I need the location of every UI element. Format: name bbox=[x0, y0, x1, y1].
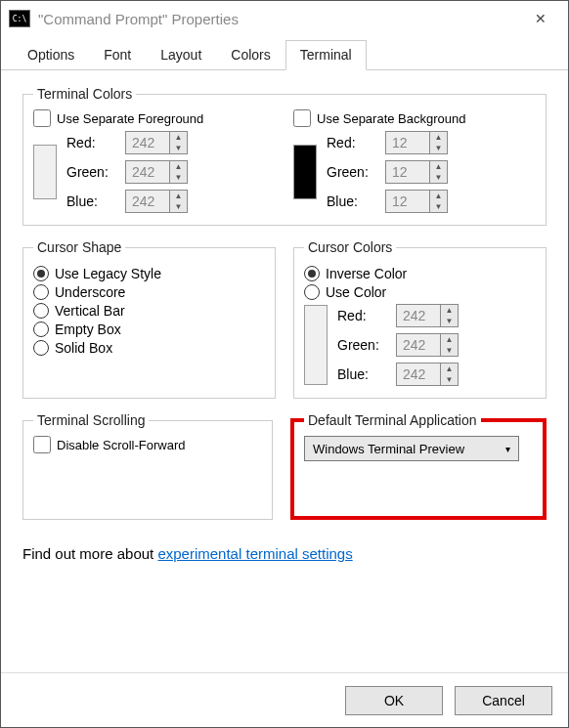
bg-red-label: Red: bbox=[327, 135, 385, 150]
experimental-settings-link[interactable]: experimental terminal settings bbox=[157, 545, 352, 562]
cursor-red-label: Red: bbox=[337, 308, 396, 323]
cursor-blue-spinner[interactable]: 242▲▼ bbox=[396, 363, 459, 386]
link-prefix: Find out more about bbox=[22, 545, 157, 562]
titlebar: C:\ "Command Prompt" Properties ✕ bbox=[1, 1, 568, 36]
cursor-green-spinner[interactable]: 242▲▼ bbox=[396, 333, 459, 357]
fg-blue-spinner[interactable]: 242▲▼ bbox=[125, 190, 188, 213]
fg-red-label: Red: bbox=[66, 135, 125, 150]
fg-green-label: Green: bbox=[66, 164, 125, 180]
use-separate-bg-checkbox[interactable] bbox=[293, 109, 311, 127]
close-button[interactable]: ✕ bbox=[521, 4, 560, 33]
bg-blue-spinner[interactable]: 12▲▼ bbox=[385, 190, 448, 213]
default-terminal-app-dropdown[interactable]: Windows Terminal Preview ▾ bbox=[304, 436, 519, 461]
use-separate-bg-label: Use Separate Background bbox=[317, 111, 465, 126]
fg-green-spinner[interactable]: 242▲▼ bbox=[125, 160, 188, 184]
terminal-scrolling-legend: Terminal Scrolling bbox=[33, 412, 149, 428]
ok-button[interactable]: OK bbox=[345, 686, 443, 715]
bg-green-label: Green: bbox=[327, 164, 385, 180]
tab-layout[interactable]: Layout bbox=[146, 40, 216, 69]
tab-options[interactable]: Options bbox=[13, 40, 89, 69]
cursor-shape-vertical[interactable]: Vertical Bar bbox=[33, 303, 265, 319]
tab-font[interactable]: Font bbox=[89, 40, 146, 69]
use-separate-fg-checkbox[interactable] bbox=[33, 109, 51, 127]
cursor-color-usecolor[interactable]: Use Color bbox=[304, 284, 536, 300]
cursor-shape-solid[interactable]: Solid Box bbox=[33, 340, 265, 356]
cursor-shape-legacy[interactable]: Use Legacy Style bbox=[33, 266, 265, 281]
window-title: "Command Prompt" Properties bbox=[38, 11, 239, 27]
fg-blue-label: Blue: bbox=[66, 193, 125, 209]
fg-section: Use Separate Foreground Red: 242▲▼ Green… bbox=[33, 109, 276, 215]
cursor-shape-empty[interactable]: Empty Box bbox=[33, 321, 265, 337]
terminal-scrolling-group: Terminal Scrolling Disable Scroll-Forwar… bbox=[22, 412, 273, 520]
bg-swatch bbox=[293, 145, 317, 199]
cursor-colors-legend: Cursor Colors bbox=[304, 239, 396, 255]
tab-body: Terminal Colors Use Separate Foreground … bbox=[1, 70, 568, 672]
cursor-color-swatch bbox=[304, 305, 328, 385]
terminal-colors-group: Terminal Colors Use Separate Foreground … bbox=[22, 86, 547, 226]
fg-red-spinner[interactable]: 242▲▼ bbox=[125, 131, 188, 154]
disable-scroll-forward-checkbox[interactable] bbox=[33, 436, 51, 453]
terminal-colors-legend: Terminal Colors bbox=[33, 86, 136, 102]
cursor-blue-label: Blue: bbox=[337, 366, 396, 382]
bg-red-spinner[interactable]: 12▲▼ bbox=[385, 131, 448, 154]
tabstrip: Options Font Layout Colors Terminal bbox=[1, 40, 568, 70]
cursor-colors-group: Cursor Colors Inverse Color Use Color Re… bbox=[293, 239, 547, 399]
cursor-red-spinner[interactable]: 242▲▼ bbox=[396, 304, 459, 327]
properties-dialog: C:\ "Command Prompt" Properties ✕ Option… bbox=[0, 0, 569, 728]
cancel-button[interactable]: Cancel bbox=[455, 686, 552, 715]
experimental-link-row: Find out more about experimental termina… bbox=[22, 545, 547, 562]
default-terminal-app-legend: Default Terminal Application bbox=[304, 412, 481, 428]
default-terminal-app-group: Default Terminal Application Windows Ter… bbox=[290, 412, 547, 520]
chevron-down-icon: ▾ bbox=[505, 444, 510, 454]
bg-blue-label: Blue: bbox=[327, 193, 385, 209]
tab-colors[interactable]: Colors bbox=[216, 40, 284, 69]
dialog-footer: OK Cancel bbox=[1, 672, 568, 727]
use-separate-fg-label: Use Separate Foreground bbox=[57, 111, 203, 126]
fg-swatch bbox=[33, 145, 57, 199]
cursor-shape-underscore[interactable]: Underscore bbox=[33, 284, 265, 300]
cursor-green-label: Green: bbox=[337, 337, 396, 353]
cmd-icon: C:\ bbox=[9, 10, 30, 27]
default-terminal-app-value: Windows Terminal Preview bbox=[313, 442, 464, 456]
cursor-shape-group: Cursor Shape Use Legacy Style Underscore… bbox=[22, 239, 276, 399]
cursor-color-inverse[interactable]: Inverse Color bbox=[304, 266, 536, 281]
disable-scroll-forward-label: Disable Scroll-Forward bbox=[57, 438, 185, 452]
cursor-shape-legend: Cursor Shape bbox=[33, 239, 125, 255]
bg-section: Use Separate Background Red: 12▲▼ Green:… bbox=[293, 109, 536, 215]
bg-green-spinner[interactable]: 12▲▼ bbox=[385, 160, 448, 184]
tab-terminal[interactable]: Terminal bbox=[285, 40, 367, 70]
